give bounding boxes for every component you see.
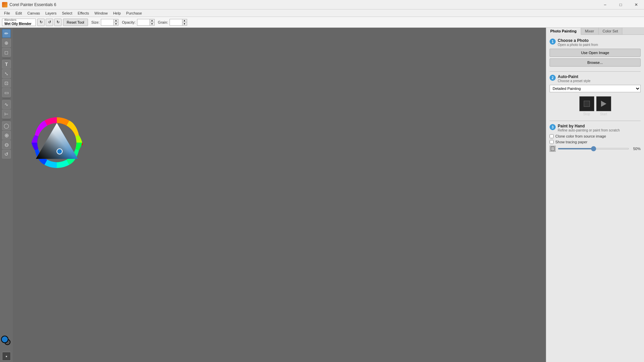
shape-tool-button[interactable]: ◯ xyxy=(2,121,11,130)
tracing-paper-icon[interactable] xyxy=(550,146,556,152)
size-input[interactable]: 20.0 xyxy=(101,19,113,25)
paper-icon-svg xyxy=(550,146,555,151)
grain-input[interactable]: 40% xyxy=(170,19,182,25)
opacity-label: Opacity: xyxy=(122,20,135,24)
start-button-group: Start xyxy=(596,96,611,116)
zoom-out-button[interactable]: ⊖ xyxy=(2,140,11,149)
step1-section: 1 Choose a Photo Open a photo to paint f… xyxy=(550,38,641,67)
menu-edit[interactable]: Edit xyxy=(13,10,25,16)
step2-title-group: Auto-Paint Choose a preset style xyxy=(558,74,641,83)
step1-number: 1 xyxy=(550,39,556,45)
step3-title-group: Paint by Hand Refine auto-painting or pa… xyxy=(558,124,641,132)
brush-tool-button[interactable]: ✏ xyxy=(2,29,11,38)
step2-header: 2 Auto-Paint Choose a preset style xyxy=(550,74,641,83)
menu-file[interactable]: File xyxy=(1,10,13,16)
step1-subtitle: Open a photo to paint from xyxy=(558,43,641,47)
step2-title: Auto-Paint xyxy=(558,74,641,79)
menu-select[interactable]: Select xyxy=(59,10,75,16)
show-tracing-row: Show tracing paper xyxy=(550,140,641,144)
menu-help[interactable]: Help xyxy=(110,10,124,16)
size-spin-arrows: ▲ ▼ xyxy=(113,19,118,25)
menu-effects[interactable]: Effects xyxy=(75,10,92,16)
eraser-tool-button[interactable]: ◻ xyxy=(2,48,11,57)
right-panel: Photo Painting Mixer Color Set 1 Choose … xyxy=(546,28,644,362)
rect-select-button[interactable]: ▭ xyxy=(2,88,11,97)
app-title: Corel Painter Essentials 6 xyxy=(9,2,56,7)
step3-number: 3 xyxy=(550,124,556,130)
color-wheel-svg xyxy=(30,116,84,170)
tab-color-set[interactable]: Color Set xyxy=(599,28,623,34)
texture-swatch-button[interactable]: ▪ xyxy=(2,352,11,361)
crop-tool-button[interactable]: ⊡ xyxy=(2,79,11,88)
tool-separator-3 xyxy=(3,120,10,120)
clone-color-label[interactable]: Clone color from source image xyxy=(555,134,606,138)
step1-header: 1 Choose a Photo Open a photo to paint f… xyxy=(550,38,641,47)
menu-canvas[interactable]: Canvas xyxy=(25,10,43,16)
transform-tool-button[interactable]: ⤡ xyxy=(2,69,11,78)
step3-title: Paint by Hand xyxy=(558,124,641,128)
tab-photo-painting[interactable]: Photo Painting xyxy=(546,28,581,35)
stop-label: Stop xyxy=(583,112,590,116)
history-controls: ↻ ↺ ↻ xyxy=(37,19,62,26)
step1-title: Choose a Photo xyxy=(558,38,641,43)
tool-separator-1 xyxy=(3,58,10,58)
step2-subtitle: Choose a preset style xyxy=(558,79,641,83)
panel-content: 1 Choose a Photo Open a photo to paint f… xyxy=(546,35,644,362)
canvas-area[interactable] xyxy=(13,28,546,362)
reset-tool-button[interactable]: Reset Tool xyxy=(63,19,88,26)
grain-up-arrow[interactable]: ▲ xyxy=(182,19,187,22)
minimize-button[interactable]: – xyxy=(597,0,613,9)
app-icon xyxy=(2,2,7,7)
color-selector-dot[interactable] xyxy=(57,149,62,154)
text-tool-button[interactable]: T xyxy=(2,60,11,69)
tracing-paper-slider[interactable] xyxy=(558,148,629,149)
menu-window[interactable]: Window xyxy=(92,10,110,16)
brush-label[interactable]: Blenders Wet Oily Blender xyxy=(2,19,36,26)
clone-color-checkbox[interactable] xyxy=(550,134,554,138)
rotate-canvas-button[interactable]: ↺ xyxy=(2,150,11,159)
brush-name: Wet Oily Blender xyxy=(4,22,34,26)
step1-title-group: Choose a Photo Open a photo to paint fro… xyxy=(558,38,641,47)
brush-selector: Blenders Wet Oily Blender xyxy=(2,19,36,26)
ruler-tool-button[interactable]: ⊢ xyxy=(2,110,11,118)
menu-purchase[interactable]: Purchase xyxy=(124,10,145,16)
stop-button[interactable] xyxy=(579,96,594,111)
rotate-left-icon[interactable]: ↻ xyxy=(37,19,45,26)
toolbar: Blenders Wet Oily Blender ↻ ↺ ↻ Reset To… xyxy=(0,17,644,28)
tab-mixer[interactable]: Mixer xyxy=(581,28,599,34)
close-button[interactable]: ✕ xyxy=(628,0,644,9)
opacity-up-arrow[interactable]: ▲ xyxy=(150,19,154,22)
left-toolbox: ✏ ⊕ ◻ T ⤡ ⊡ ▭ ∿ ⊢ ◯ ⊕ ⊖ ↺ ▪ xyxy=(0,28,13,362)
menu-layers[interactable]: Layers xyxy=(43,10,59,16)
size-spinner: 20.0 ▲ ▼ xyxy=(101,19,118,26)
opacity-down-arrow[interactable]: ▼ xyxy=(150,22,154,25)
browse-button[interactable]: Browse... xyxy=(550,58,641,67)
show-tracing-label[interactable]: Show tracing paper xyxy=(555,140,587,144)
undo-button[interactable]: ↺ xyxy=(46,19,53,26)
show-tracing-checkbox[interactable] xyxy=(550,140,554,144)
size-up-arrow[interactable]: ▲ xyxy=(113,19,118,22)
grain-down-arrow[interactable]: ▼ xyxy=(182,22,187,25)
use-open-image-button[interactable]: Use Open Image xyxy=(550,49,641,57)
zoom-in-button[interactable]: ⊕ xyxy=(2,131,11,140)
clone-color-row: Clone color from source image xyxy=(550,134,641,138)
eyedropper-tool-button[interactable]: ⊕ xyxy=(2,39,11,47)
tracing-slider-row: 50% xyxy=(550,146,641,152)
window-controls: – □ ✕ xyxy=(597,0,644,9)
maximize-button[interactable]: □ xyxy=(613,0,628,9)
tool-separator-2 xyxy=(3,98,10,99)
play-icon xyxy=(601,101,606,107)
opacity-input[interactable]: 100% xyxy=(137,19,150,25)
size-down-arrow[interactable]: ▼ xyxy=(113,22,118,25)
color-swatches xyxy=(1,336,12,348)
smear-tool-button[interactable]: ∿ xyxy=(2,100,11,109)
color-wheel[interactable] xyxy=(30,116,84,170)
divider-2 xyxy=(550,121,641,121)
grain-spinner: 40% ▲ ▼ xyxy=(170,19,187,26)
start-button[interactable] xyxy=(596,96,611,111)
preset-style-select[interactable]: Detailed Painting Impressionist Watercol… xyxy=(550,85,641,92)
panel-tabs: Photo Painting Mixer Color Set xyxy=(546,28,644,35)
redo-button[interactable]: ↻ xyxy=(54,19,62,26)
primary-color-swatch[interactable] xyxy=(1,336,8,343)
opacity-spinner: 100% ▲ ▼ xyxy=(137,19,155,26)
